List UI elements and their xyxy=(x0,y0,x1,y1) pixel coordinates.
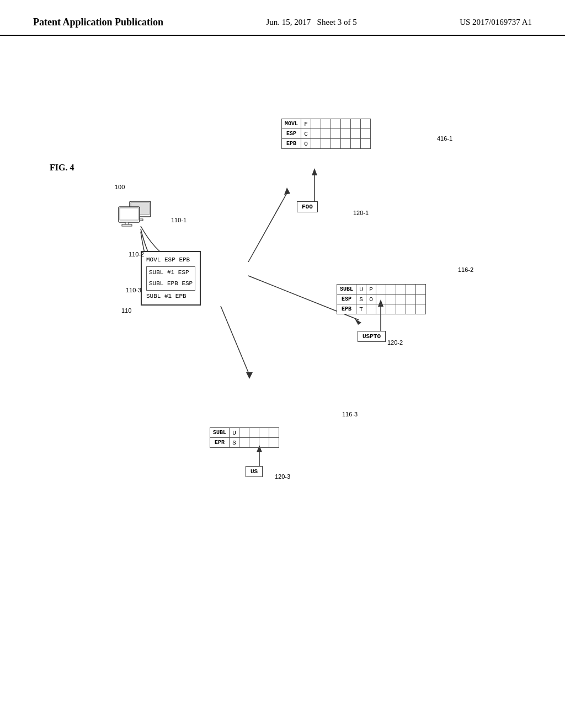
svg-rect-19 xyxy=(122,224,132,226)
page-header: Patent Application Publication Jun. 15, … xyxy=(0,0,565,36)
svg-marker-5 xyxy=(355,319,361,325)
date-sheet-info: Jun. 15, 2017 Sheet 3 of 5 xyxy=(266,15,357,29)
svg-marker-1 xyxy=(312,168,317,175)
code-line-1: MOVL ESP EPB xyxy=(146,255,195,266)
register-table-416-1: MOVL F ESP C EPB O xyxy=(281,119,371,149)
ref-116-2: 116-2 xyxy=(458,266,473,273)
register-table-416-3: SUBL U EPR S xyxy=(210,427,279,448)
label-us: US xyxy=(246,466,263,477)
ref-110-1: 110-1 xyxy=(171,217,186,223)
diagram-area: MOVL ESP EPB SUBL #1 ESP SUBL EPB ESP SU… xyxy=(44,102,519,598)
ref-120-1: 120-1 xyxy=(353,210,369,216)
code-block: MOVL ESP EPB SUBL #1 ESP SUBL EPB ESP SU… xyxy=(141,251,201,306)
computer-icon xyxy=(116,199,154,237)
ref-100: 100 xyxy=(115,184,125,190)
code-group-1: SUBL #1 ESP SUBL EPB ESP xyxy=(146,266,195,291)
main-content: FIG. 4 xyxy=(0,36,565,698)
register-table-416-2: SUBL UP ESP SO EPB T xyxy=(337,284,426,314)
code-line-3: SUBL #1 EPB xyxy=(146,291,195,302)
svg-marker-3 xyxy=(284,188,290,195)
code-group-line-2: SUBL EPB ESP xyxy=(149,279,193,290)
svg-line-8 xyxy=(221,306,248,372)
svg-rect-17 xyxy=(120,208,138,220)
ref-116-3: 116-3 xyxy=(342,411,358,417)
ref-110-3: 110-3 xyxy=(126,287,141,293)
ref-110-2: 110-2 xyxy=(129,251,144,258)
svg-line-2 xyxy=(248,193,287,262)
ref-120-2: 120-2 xyxy=(387,339,403,346)
ref-120-3: 120-3 xyxy=(275,473,290,480)
publication-title: Patent Application Publication xyxy=(33,15,163,29)
diagram-svg xyxy=(44,102,519,598)
patent-number: US 2017/0169737 A1 xyxy=(460,15,532,29)
label-uspto: USPTO xyxy=(358,331,386,342)
label-foo: FOO xyxy=(297,201,318,212)
ref-110: 110 xyxy=(121,307,131,314)
code-group-line-1: SUBL #1 ESP xyxy=(149,267,193,279)
ref-416-1: 416-1 xyxy=(437,135,452,142)
svg-marker-9 xyxy=(246,372,253,379)
